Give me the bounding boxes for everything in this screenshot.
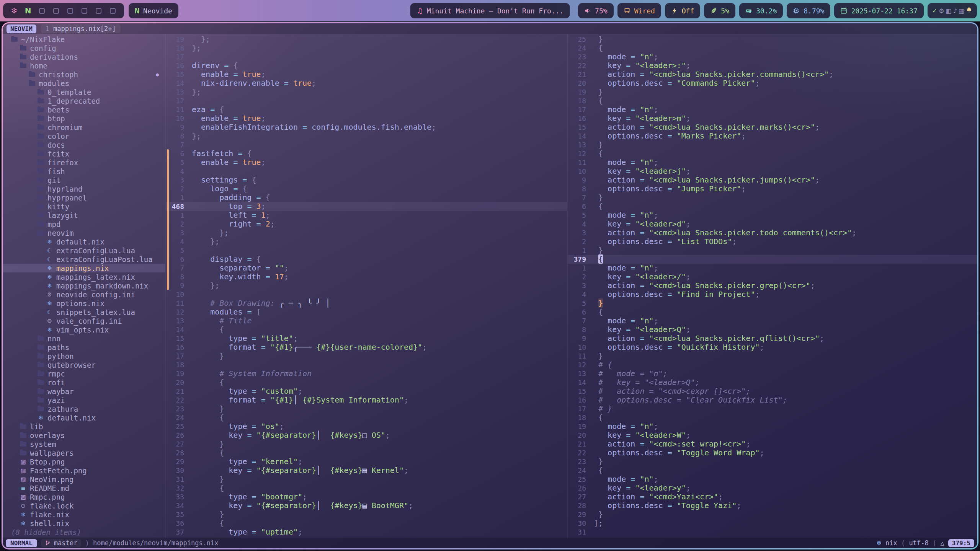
- code-line[interactable]: 17 }: [166, 352, 567, 360]
- code-line[interactable]: 7: [166, 140, 567, 149]
- code-line[interactable]: 8 key.width = 17;: [166, 272, 567, 281]
- code-line[interactable]: 10 enable = true;: [166, 114, 567, 123]
- code-line[interactable]: 23 }: [568, 457, 977, 466]
- code-line[interactable]: 8};: [166, 132, 567, 140]
- code-line[interactable]: 1 mode = "n";: [568, 264, 977, 272]
- tree-folder[interactable]: system: [3, 440, 165, 448]
- code-line[interactable]: 6 display = {: [166, 255, 567, 264]
- code-line[interactable]: 30 key = "{#separator}│ {#keys}▤ Kernel"…: [166, 466, 567, 475]
- cpu-module[interactable]: 8.79%: [787, 3, 830, 18]
- code-line[interactable]: 9 action = "<cmd>lua Snacks.picker.qflis…: [568, 334, 977, 343]
- code-line[interactable]: 4 options.desc = "Find in Project";: [568, 290, 977, 299]
- code-line[interactable]: 2 logo = {: [166, 184, 567, 193]
- code-line[interactable]: 14 options.desc = "Marks Picker";: [568, 132, 977, 140]
- tree-item[interactable]: ⚙neovide_config.ini: [3, 290, 165, 299]
- code-line[interactable]: 12 # {: [568, 360, 977, 369]
- code-line[interactable]: 25 type = "os";: [166, 422, 567, 431]
- tree-folder[interactable]: home: [3, 61, 165, 70]
- code-line[interactable]: 12: [166, 96, 567, 105]
- tree-item[interactable]: ❄options.nix: [3, 299, 165, 308]
- code-line[interactable]: 19 };: [166, 35, 567, 44]
- code-line[interactable]: 9 action = "<cmd>lua Snacks.picker.jumps…: [568, 176, 977, 184]
- tray-widget-4-icon[interactable]: ▦: [959, 7, 964, 15]
- tree-item[interactable]: ❄default.nix: [3, 237, 165, 246]
- code-line[interactable]: 24 {: [568, 44, 977, 52]
- tree-folder[interactable]: rmpc: [3, 369, 165, 378]
- tree-folder[interactable]: rofi: [3, 378, 165, 387]
- code-line[interactable]: 21 action = "<cmd>lua Snacks.picker.comm…: [568, 70, 977, 79]
- workspace-neovim[interactable]: N: [23, 6, 33, 15]
- tree-item[interactable]: ☾extraConfigLuaPost.lua: [3, 255, 165, 264]
- tree-folder[interactable]: fish: [3, 167, 165, 176]
- workspace-special[interactable]: ❄: [9, 6, 19, 15]
- tree-folder[interactable]: color: [3, 132, 165, 140]
- code-line[interactable]: 27 }: [166, 440, 567, 448]
- code-line[interactable]: 2 options.desc = "List TODOs";: [568, 237, 977, 246]
- memory-module[interactable]: 30.2%: [739, 3, 783, 18]
- tray-widget-2-icon[interactable]: ◧: [946, 7, 952, 15]
- tree-folder[interactable]: zathura: [3, 404, 165, 413]
- tree-folder[interactable]: btop: [3, 114, 165, 123]
- tree-item[interactable]: ▨FastFetch.png: [3, 466, 165, 475]
- tree-folder[interactable]: nnn: [3, 334, 165, 343]
- tree-folder[interactable]: chromium: [3, 123, 165, 132]
- tree-item[interactable]: ❄default.nix: [3, 413, 165, 422]
- code-line[interactable]: 18};: [166, 44, 567, 52]
- code-line[interactable]: 20 options.desc = "Commands Picker";: [568, 79, 977, 88]
- code-line[interactable]: 12 modules = [: [166, 308, 567, 316]
- workspace-ws-6[interactable]: [82, 8, 87, 14]
- tree-item[interactable]: ☾snippets_latex.lua: [3, 308, 165, 316]
- tree-item[interactable]: ▨Rmpc.png: [3, 492, 165, 501]
- code-line[interactable]: 24 {: [568, 466, 977, 475]
- code-line[interactable]: 30];: [568, 519, 977, 528]
- code-line[interactable]: 18 {: [568, 96, 977, 105]
- code-line[interactable]: 4 };: [166, 237, 567, 246]
- tree-folder[interactable]: wallpapers: [3, 448, 165, 457]
- code-line[interactable]: 2 right = 2;: [166, 220, 567, 228]
- tree-folder[interactable]: neovim: [3, 228, 165, 237]
- tree-folder[interactable]: hyprland: [3, 184, 165, 193]
- tree-folder[interactable]: fcitx: [3, 149, 165, 158]
- code-line[interactable]: 15 action = "<cmd>lua Snacks.picker.mark…: [568, 123, 977, 132]
- tree-folder[interactable]: ~/NixFlake: [3, 35, 165, 44]
- workspace-ws-7[interactable]: [96, 8, 101, 14]
- code-line[interactable]: 29 type = "kernel";: [166, 457, 567, 466]
- workspace-ws-8[interactable]: [110, 8, 116, 14]
- code-line[interactable]: 33 type = "bootmgr";: [166, 492, 567, 501]
- code-line[interactable]: 22 format = "{#1}│ {#}System Information…: [166, 396, 567, 404]
- code-line[interactable]: 3 action = "<cmd>lua Snacks.picker.grep(…: [568, 281, 977, 290]
- idle-inhibitor-module[interactable]: Off: [665, 3, 701, 18]
- code-line[interactable]: 19 }: [568, 88, 977, 96]
- code-line[interactable]: 34 key = "{#separator}│ {#keys}▤ BootMGR…: [166, 501, 567, 510]
- code-line[interactable]: 13 }: [568, 140, 977, 149]
- code-line[interactable]: 10 options.desc = "Quickfix History";: [568, 343, 977, 352]
- code-line[interactable]: 15 # action = "<cmd>cexpr []<cr>";: [568, 387, 977, 396]
- code-line[interactable]: 7 }: [568, 193, 977, 202]
- code-line[interactable]: 28 {: [166, 448, 567, 457]
- tray-widget-3-icon[interactable]: ♪: [953, 7, 957, 15]
- tree-folder[interactable]: lazygit: [3, 211, 165, 220]
- tree-item[interactable]: ⊙flake.lock: [3, 501, 165, 510]
- code-line[interactable]: 24 {: [166, 413, 567, 422]
- tree-item[interactable]: ≡README.md: [3, 484, 165, 492]
- code-line[interactable]: 36 {: [166, 519, 567, 528]
- code-line[interactable]: 18 {: [568, 413, 977, 422]
- tree-folder[interactable]: 1_deprecated: [3, 96, 165, 105]
- code-line[interactable]: 28 options.desc = "Toggle Yazi";: [568, 501, 977, 510]
- tree-folder[interactable]: kitty: [3, 202, 165, 211]
- code-line[interactable]: 11eza = {: [166, 105, 567, 114]
- tree-folder[interactable]: hyprpanel: [3, 193, 165, 202]
- tree-item[interactable]: ▨NeoVim.png: [3, 475, 165, 484]
- code-line[interactable]: 17 mode = "n";: [568, 105, 977, 114]
- code-line[interactable]: 3 settings = {: [166, 176, 567, 184]
- code-line[interactable]: 22 options.desc = "Toggle Word Wrap";: [568, 448, 977, 457]
- code-line[interactable]: 22 key = "<leader>:";: [568, 61, 977, 70]
- workspace-ws-3[interactable]: [39, 8, 45, 14]
- volume-module[interactable]: 75%: [578, 3, 614, 18]
- network-module[interactable]: Wired: [617, 3, 661, 18]
- tree-folder[interactable]: lib: [3, 422, 165, 431]
- code-line[interactable]: 11 # Box Drawing: ╭ ─ ╮ ╰ ╯ │: [166, 299, 567, 308]
- code-line[interactable]: 4 key = "<leader>d";: [568, 220, 977, 228]
- code-line[interactable]: 17 # }: [568, 404, 977, 413]
- code-line[interactable]: 5 enable = true;: [166, 158, 567, 167]
